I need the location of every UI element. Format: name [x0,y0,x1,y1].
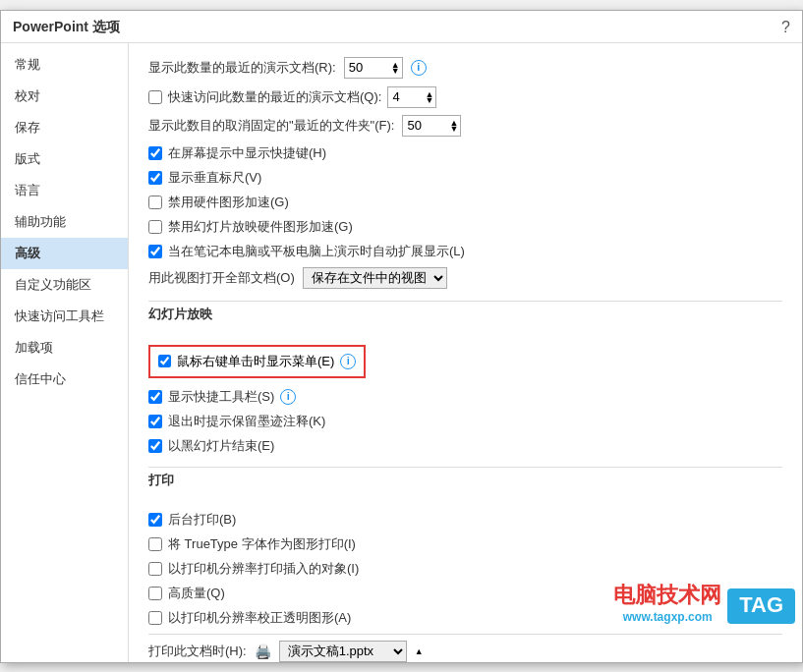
view-label: 用此视图打开全部文档(O) [148,269,295,287]
quick-access-label[interactable]: 快速访问此数量的最近的演示文档(Q): [168,88,381,106]
recent-folders-spinbox[interactable]: ▲ ▼ [402,115,461,137]
print-resolution-checkbox[interactable] [148,562,162,576]
right-click-menu-highlight-box: 鼠标右键单击时显示菜单(E) i [148,345,366,378]
dialog-title-bar: PowerPoint 选项 ? [1,11,802,43]
background-print-checkbox[interactable] [148,513,162,527]
show-ruler-label[interactable]: 显示垂直标尺(V) [168,169,261,187]
truetype-print-label[interactable]: 将 TrueType 字体作为图形打印(I) [168,535,356,553]
end-black-slide-label[interactable]: 以黑幻灯片结束(E) [168,437,274,455]
slideshow-section-divider: 幻灯片放映 [148,301,782,337]
show-toolbar-label[interactable]: 显示快捷工具栏(S) [168,388,274,406]
print-doc-row: 打印此文档时(H): 🖨️ 演示文稿1.pptx ▲ [148,641,782,662]
print-doc-icon: 🖨️ [255,644,271,659]
keep-annotations-label[interactable]: 退出时提示保留墨迹注释(K) [168,413,325,430]
right-click-menu-checkbox[interactable] [158,355,171,367]
sidebar-item-proofing[interactable]: 校对 [1,81,128,112]
sidebar-item-qat[interactable]: 快速访问工具栏 [1,301,128,332]
show-shortcut-keys-label[interactable]: 在屏幕提示中显示快捷键(H) [168,144,326,162]
recent-docs-info-icon[interactable]: i [411,60,427,76]
view-row: 用此视图打开全部文档(O) 保存在文件中的视图 [148,267,782,289]
show-shortcut-keys-row: 在屏幕提示中显示快捷键(H) [148,144,782,162]
disable-slideshow-hw-accel-row: 禁用幻灯片放映硬件图形加速(G) [148,218,782,236]
watermark-label: 电脑技术网 [613,581,721,610]
right-click-menu-info-icon[interactable]: i [340,354,356,369]
bottom-row-divider: 打印此文档时(H): 🖨️ 演示文稿1.pptx ▲ [148,634,782,662]
sidebar-item-language[interactable]: 语言 [1,175,128,206]
sidebar-item-addins[interactable]: 加载项 [1,332,128,364]
tag-badge: TAG [727,588,795,624]
disable-slideshow-hw-accel-checkbox[interactable] [148,220,162,234]
show-ruler-checkbox[interactable] [148,171,162,185]
correct-transparency-label[interactable]: 以打印机分辨率校正透明图形(A) [168,609,351,627]
recent-folders-label: 显示此数目的取消固定的"最近的文件夹"(F): [148,117,394,135]
spinbox2-down-icon[interactable]: ▼ [425,95,433,105]
show-toolbar-row: 显示快捷工具栏(S) i [148,388,782,406]
spinbox3-down-icon[interactable]: ▼ [450,124,459,134]
print-resolution-label[interactable]: 以打印机分辨率打印插入的对象(I) [168,560,359,578]
view-dropdown[interactable]: 保存在文件中的视图 [303,267,447,289]
print-section-title: 打印 [148,472,782,489]
dialog-title: PowerPoint 选项 [13,19,120,36]
high-quality-label[interactable]: 高质量(Q) [168,585,225,602]
truetype-print-row: 将 TrueType 字体作为图形打印(I) [148,535,782,553]
print-doc-label: 打印此文档时(H): [148,643,247,660]
end-black-slide-checkbox[interactable] [148,439,162,453]
disable-hw-accel-label[interactable]: 禁用硬件图形加速(G) [168,194,289,211]
recent-folders-row: 显示此数目的取消固定的"最近的文件夹"(F): ▲ ▼ [148,115,782,137]
main-content: 显示此数量的最近的演示文档(R): ▲ ▼ i 快速访问此数量的最近的演示文档(… [129,43,802,662]
watermark-text: 电脑技术网 www.tagxp.com [613,581,721,624]
dialog-body: 常规 校对 保存 版式 语言 辅助功能 高级 自定义功能区 快速访问工具栏 加载… [1,43,802,662]
auto-extend-display-checkbox[interactable] [148,245,162,258]
quick-access-checkbox[interactable] [148,90,162,104]
sidebar-item-general[interactable]: 常规 [1,49,128,81]
disable-slideshow-hw-accel-label[interactable]: 禁用幻灯片放映硬件图形加速(G) [168,218,353,236]
truetype-print-checkbox[interactable] [148,537,162,551]
show-toolbar-info-icon[interactable]: i [280,389,296,405]
keep-annotations-checkbox[interactable] [148,415,162,428]
show-ruler-row: 显示垂直标尺(V) [148,169,782,187]
print-resolution-row: 以打印机分辨率打印插入的对象(I) [148,560,782,578]
sidebar-item-accessibility[interactable]: 辅助功能 [1,206,128,238]
right-click-menu-label[interactable]: 鼠标右键单击时显示菜单(E) [177,353,334,370]
auto-extend-display-row: 当在笔记本电脑或平板电脑上演示时自动扩展显示(L) [148,243,782,260]
print-section-divider: 打印 [148,467,782,503]
sidebar-item-save[interactable]: 保存 [1,112,128,143]
watermark-area: 电脑技术网 www.tagxp.com TAG [613,581,795,624]
show-shortcut-keys-checkbox[interactable] [148,146,162,160]
help-icon[interactable]: ? [781,19,790,36]
show-toolbar-checkbox[interactable] [148,390,162,404]
recent-docs-label: 显示此数量的最近的演示文档(R): [148,59,336,77]
disable-hw-accel-row: 禁用硬件图形加速(G) [148,194,782,211]
sidebar: 常规 校对 保存 版式 语言 辅助功能 高级 自定义功能区 快速访问工具栏 加载… [1,43,129,662]
slideshow-section-title: 幻灯片放映 [148,306,782,323]
correct-transparency-checkbox[interactable] [148,611,162,625]
watermark-site: www.tagxp.com [613,610,721,624]
auto-extend-display-label[interactable]: 当在笔记本电脑或平板电脑上演示时自动扩展显示(L) [168,243,465,260]
quick-access-row: 快速访问此数量的最近的演示文档(Q): ▲ ▼ [148,86,782,108]
sidebar-item-trustcenter[interactable]: 信任中心 [1,364,128,395]
print-doc-dropdown[interactable]: 演示文稿1.pptx [279,641,407,662]
recent-docs-spinbox[interactable]: ▲ ▼ [344,57,403,79]
high-quality-checkbox[interactable] [148,587,162,600]
right-click-menu-container: 鼠标右键单击时显示菜单(E) i [148,345,782,382]
sidebar-item-layout[interactable]: 版式 [1,143,128,175]
sidebar-item-advanced[interactable]: 高级 [1,238,128,269]
sidebar-item-ribbon[interactable]: 自定义功能区 [1,269,128,301]
keep-annotations-row: 退出时提示保留墨迹注释(K) [148,413,782,430]
end-black-slide-row: 以黑幻灯片结束(E) [148,437,782,455]
quick-access-spinbox[interactable]: ▲ ▼ [387,86,436,108]
background-print-row: 后台打印(B) [148,511,782,529]
spinbox-down-icon[interactable]: ▼ [391,66,400,76]
background-print-label[interactable]: 后台打印(B) [168,511,236,529]
spinbox4-up-icon: ▲ [415,646,424,656]
disable-hw-accel-checkbox[interactable] [148,196,162,209]
recent-docs-row: 显示此数量的最近的演示文档(R): ▲ ▼ i [148,57,782,79]
